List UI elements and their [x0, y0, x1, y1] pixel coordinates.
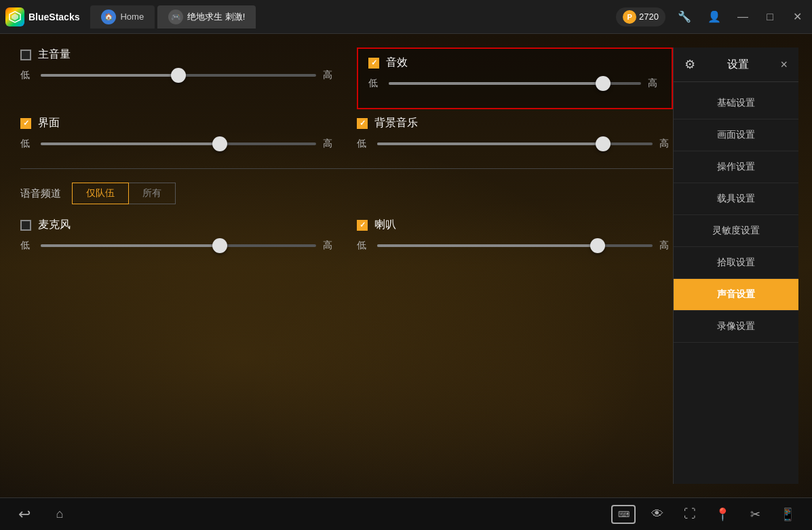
- sound-effects-slider-row: 低 高: [368, 77, 661, 90]
- main-volume-checkbox[interactable]: [20, 50, 31, 60]
- fullscreen-icon[interactable]: ⛶: [679, 504, 701, 525]
- bg-music-thumb[interactable]: [596, 136, 611, 151]
- bg-music-label: 背景音乐: [374, 116, 429, 130]
- scissors-icon[interactable]: ✂: [744, 504, 766, 525]
- eye-icon[interactable]: 👁: [646, 504, 668, 525]
- phone-icon[interactable]: 📱: [777, 504, 798, 525]
- voice-tab-team[interactable]: 仅队伍: [72, 183, 129, 204]
- interface-checkbox[interactable]: [20, 118, 31, 129]
- main-volume-slider[interactable]: [41, 69, 316, 82]
- microphone-header: 麦克风: [20, 218, 336, 232]
- speaker-slider[interactable]: [377, 239, 653, 252]
- minimize-button[interactable]: —: [733, 7, 752, 26]
- sidebar-menu: 基础设置 画面设置 操作设置 载具设置 灵敏度设置 拾取设置 声: [674, 82, 798, 484]
- tab-game[interactable]: 🎮 绝地求生 刺激!: [157, 5, 256, 29]
- sound-effects-section: 音效 低 高: [357, 48, 673, 116]
- right-sidebar: ⚙ 设置 × 基础设置 画面设置 操作设置 载具设置 灵敏度设置: [673, 48, 798, 484]
- voice-channel-row: 语音频道 仅队伍 所有: [20, 183, 673, 204]
- main-volume-header: 主音量: [20, 48, 336, 62]
- maximize-button[interactable]: □: [760, 7, 779, 26]
- profile-icon[interactable]: 👤: [703, 6, 725, 28]
- vehicle-settings-label: 载具设置: [717, 193, 755, 204]
- voice-channel-label: 语音频道: [20, 187, 61, 200]
- keyboard-icon[interactable]: ⌨: [611, 505, 636, 524]
- taskbar-right: ⌨ 👁 ⛶ 📍 ✂ 📱: [611, 504, 798, 525]
- speaker-track: [377, 244, 653, 247]
- home-button[interactable]: ⌂: [49, 504, 71, 525]
- sidebar-item-pickup[interactable]: 拾取设置: [674, 247, 798, 279]
- bg-music-section: 背景音乐 低 高: [357, 116, 673, 162]
- location-icon[interactable]: 📍: [712, 504, 733, 525]
- controls-settings-label: 操作设置: [717, 161, 755, 172]
- bg-music-header: 背景音乐: [357, 116, 673, 130]
- sound-effects-checkbox[interactable]: [368, 58, 379, 69]
- app-name: BlueStacks: [28, 12, 79, 22]
- tab-home[interactable]: 🏠 Home: [90, 5, 155, 29]
- speaker-thumb[interactable]: [590, 238, 605, 253]
- sound-effects-header: 音效: [368, 56, 661, 70]
- sidebar-item-sound[interactable]: 声音设置: [674, 279, 798, 311]
- speaker-low: 低: [357, 240, 370, 252]
- bg-music-high: 高: [659, 138, 673, 150]
- voice-tab-all[interactable]: 所有: [129, 183, 176, 204]
- bluestacks-icon: [5, 7, 24, 26]
- taskbar-left: ↩ ⌂: [14, 504, 71, 525]
- sidebar-item-basic[interactable]: 基础设置: [674, 88, 798, 119]
- sidebar-item-sensitivity[interactable]: 灵敏度设置: [674, 215, 798, 247]
- divider-1: [20, 168, 673, 169]
- sidebar-item-controls[interactable]: 操作设置: [674, 151, 798, 183]
- main-volume-slider-row: 低 高: [20, 69, 336, 82]
- tool-icon[interactable]: 🔧: [674, 6, 695, 28]
- microphone-low: 低: [20, 240, 34, 252]
- settings-content: 主音量 低 高: [20, 48, 673, 484]
- pickup-settings-label: 拾取设置: [717, 257, 755, 267]
- microphone-track: [41, 244, 316, 247]
- interface-track: [41, 143, 316, 145]
- coin-count: 2720: [639, 12, 659, 22]
- main-volume-high: 高: [323, 69, 336, 81]
- interface-fill: [41, 143, 220, 145]
- sound-effects-highlight: 音效 低 高: [357, 48, 673, 109]
- bg-music-track: [377, 143, 653, 145]
- interface-thumb[interactable]: [212, 136, 227, 151]
- speaker-slider-row: 低 高: [357, 239, 673, 252]
- sound-effects-fill: [389, 82, 603, 85]
- main-volume-thumb[interactable]: [171, 68, 186, 83]
- bg-music-low: 低: [357, 138, 370, 150]
- basic-settings-label: 基础设置: [717, 97, 755, 108]
- game-tab-label: 绝地求生 刺激!: [187, 11, 245, 23]
- back-button[interactable]: ↩: [14, 504, 35, 525]
- sidebar-item-display[interactable]: 画面设置: [674, 119, 798, 151]
- sound-effects-slider[interactable]: [389, 77, 641, 90]
- sidebar-item-recording[interactable]: 录像设置: [674, 311, 798, 343]
- bg-music-slider-row: 低 高: [357, 137, 673, 151]
- sound-effects-high: 高: [648, 77, 661, 90]
- interface-slider[interactable]: [41, 137, 316, 151]
- microphone-high: 高: [323, 240, 336, 252]
- home-tab-icon: 🏠: [101, 10, 116, 24]
- speaker-high: 高: [659, 240, 673, 252]
- second-settings-grid: 界面 低 高: [20, 116, 673, 162]
- interface-label: 界面: [38, 116, 92, 130]
- main-volume-label: 主音量: [38, 48, 92, 62]
- sound-effects-thumb[interactable]: [596, 76, 611, 91]
- titlebar: BlueStacks 🏠 Home 🎮 绝地求生 刺激! P 2720 🔧 👤 …: [0, 0, 812, 34]
- svg-marker-1: [12, 14, 18, 20]
- microphone-thumb[interactable]: [212, 238, 227, 253]
- recording-settings-label: 录像设置: [717, 320, 755, 331]
- bg-music-slider[interactable]: [377, 137, 653, 151]
- bottom-settings-grid: 麦克风 低 高: [20, 218, 673, 263]
- main-volume-section: 主音量 低 高: [20, 48, 336, 116]
- app-logo: BlueStacks: [5, 7, 79, 26]
- main-volume-fill: [41, 74, 178, 77]
- close-button[interactable]: ✕: [788, 7, 807, 26]
- sound-effects-track: [389, 82, 641, 85]
- speaker-checkbox[interactable]: [357, 220, 368, 231]
- sidebar-item-vehicle[interactable]: 载具设置: [674, 183, 798, 215]
- microphone-checkbox[interactable]: [20, 220, 31, 231]
- microphone-slider[interactable]: [41, 239, 316, 252]
- main-volume-track: [41, 74, 316, 77]
- speaker-section: 喇叭 低 高: [357, 218, 673, 263]
- bg-music-checkbox[interactable]: [357, 118, 368, 129]
- sidebar-close-button[interactable]: ×: [780, 58, 788, 72]
